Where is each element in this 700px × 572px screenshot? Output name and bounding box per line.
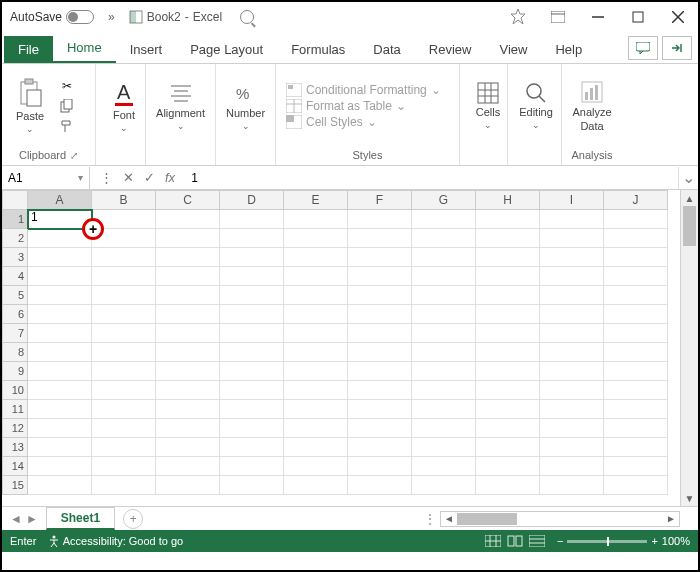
cell[interactable] — [540, 305, 604, 324]
cell[interactable] — [284, 362, 348, 381]
cell[interactable] — [220, 343, 284, 362]
cell[interactable] — [220, 419, 284, 438]
add-sheet-button[interactable]: + — [123, 509, 143, 529]
formula-options-icon[interactable]: ⋮ — [100, 170, 113, 185]
cell[interactable] — [156, 381, 220, 400]
share-button[interactable] — [662, 36, 692, 60]
row-header[interactable]: 15 — [2, 476, 28, 495]
cell[interactable] — [604, 457, 668, 476]
cell[interactable] — [604, 362, 668, 381]
cell[interactable] — [540, 324, 604, 343]
cell[interactable] — [28, 438, 92, 457]
cell[interactable] — [476, 457, 540, 476]
horizontal-scrollbar[interactable]: ◄ ► — [440, 511, 680, 527]
cell[interactable] — [412, 400, 476, 419]
cell[interactable] — [284, 419, 348, 438]
cell[interactable] — [156, 438, 220, 457]
cell[interactable] — [412, 267, 476, 286]
cell[interactable] — [348, 438, 412, 457]
cell[interactable] — [604, 229, 668, 248]
row-header[interactable]: 10 — [2, 381, 28, 400]
dialog-launcher-icon[interactable]: ⤢ — [70, 150, 78, 161]
cell[interactable] — [284, 267, 348, 286]
row-header[interactable]: 8 — [2, 343, 28, 362]
fx-icon[interactable]: fx — [165, 170, 175, 185]
cell[interactable] — [540, 248, 604, 267]
cell[interactable] — [220, 324, 284, 343]
row-header[interactable]: 11 — [2, 400, 28, 419]
page-break-view-icon[interactable] — [529, 535, 545, 547]
formula-expand-icon[interactable]: ⌄ — [678, 167, 698, 189]
cell[interactable] — [28, 457, 92, 476]
cell[interactable] — [284, 210, 348, 229]
column-header[interactable]: C — [156, 190, 220, 210]
cell[interactable] — [28, 381, 92, 400]
cell[interactable] — [476, 362, 540, 381]
cell[interactable] — [604, 267, 668, 286]
editing-group-button[interactable]: Editing ⌄ — [514, 80, 558, 132]
cell[interactable] — [412, 286, 476, 305]
cell[interactable] — [284, 438, 348, 457]
cell[interactable] — [28, 229, 92, 248]
cell[interactable] — [476, 419, 540, 438]
cell[interactable] — [540, 343, 604, 362]
sheet-nav-prev-icon[interactable]: ◄ — [10, 512, 22, 526]
cell[interactable] — [92, 229, 156, 248]
cell[interactable] — [540, 229, 604, 248]
cell[interactable] — [412, 210, 476, 229]
cell[interactable] — [284, 324, 348, 343]
formula-input[interactable] — [185, 171, 678, 185]
coming-soon-icon[interactable] — [498, 2, 538, 32]
row-header[interactable]: 4 — [2, 267, 28, 286]
cell[interactable] — [28, 419, 92, 438]
row-header[interactable]: 7 — [2, 324, 28, 343]
row-header[interactable]: 5 — [2, 286, 28, 305]
cell[interactable] — [476, 229, 540, 248]
cut-icon[interactable]: ✂ — [58, 78, 76, 94]
number-group-button[interactable]: % Number ⌄ — [222, 79, 269, 133]
cell[interactable] — [412, 229, 476, 248]
cell[interactable] — [476, 343, 540, 362]
cell[interactable] — [412, 324, 476, 343]
cell[interactable] — [28, 248, 92, 267]
cell[interactable] — [604, 324, 668, 343]
cell[interactable] — [28, 267, 92, 286]
scroll-right-icon[interactable]: ► — [663, 513, 679, 524]
cell[interactable] — [412, 381, 476, 400]
cell[interactable] — [476, 324, 540, 343]
tab-file[interactable]: File — [4, 36, 53, 63]
column-header[interactable]: D — [220, 190, 284, 210]
cell[interactable] — [604, 419, 668, 438]
cell[interactable] — [540, 400, 604, 419]
format-painter-icon[interactable] — [58, 118, 76, 134]
cell[interactable] — [284, 476, 348, 495]
cell[interactable] — [156, 267, 220, 286]
autosave-toggle[interactable]: AutoSave — [2, 10, 102, 24]
cell[interactable] — [28, 324, 92, 343]
cell[interactable] — [604, 438, 668, 457]
cell[interactable] — [540, 419, 604, 438]
cell[interactable] — [92, 305, 156, 324]
zoom-level[interactable]: 100% — [662, 535, 690, 547]
cell[interactable] — [28, 362, 92, 381]
maximize-icon[interactable] — [618, 2, 658, 32]
cell[interactable] — [348, 381, 412, 400]
cell[interactable] — [92, 419, 156, 438]
cell[interactable] — [348, 400, 412, 419]
cell[interactable] — [156, 400, 220, 419]
comments-button[interactable] — [628, 36, 658, 60]
cell[interactable] — [284, 229, 348, 248]
cell[interactable] — [540, 267, 604, 286]
cell[interactable] — [604, 305, 668, 324]
cell[interactable] — [220, 305, 284, 324]
cell[interactable] — [476, 305, 540, 324]
sheet-nav-next-icon[interactable]: ► — [26, 512, 38, 526]
cell[interactable] — [220, 476, 284, 495]
zoom-out-icon[interactable]: − — [557, 535, 563, 547]
cell-styles-button[interactable]: Cell Styles⌄ — [286, 115, 441, 129]
row-header[interactable]: 13 — [2, 438, 28, 457]
name-box[interactable]: A1 ▾ — [2, 167, 90, 189]
cell[interactable] — [284, 343, 348, 362]
column-header[interactable]: A — [28, 190, 92, 210]
cell[interactable] — [284, 286, 348, 305]
